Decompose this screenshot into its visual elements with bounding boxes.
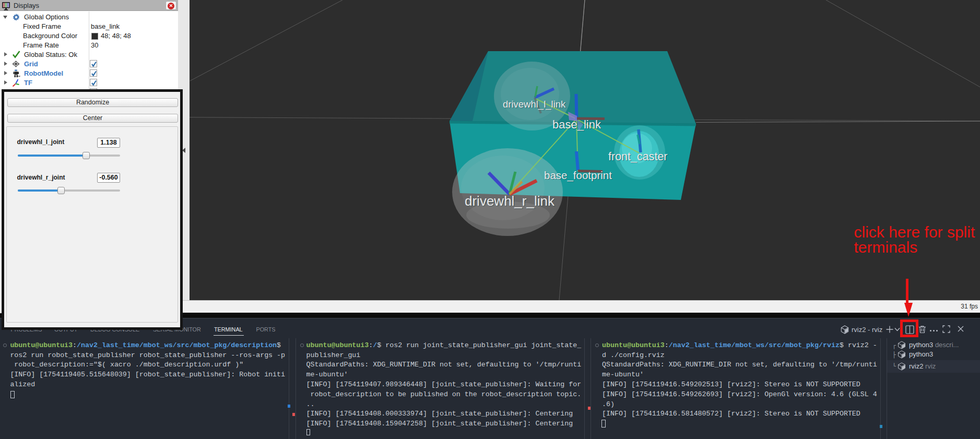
svg-text:base_link: base_link <box>552 118 601 131</box>
svg-text:drivewhl_r_link: drivewhl_r_link <box>465 193 555 209</box>
svg-text:drivewhl_l_link: drivewhl_l_link <box>503 99 566 110</box>
svg-text:base_footprint: base_footprint <box>544 169 612 182</box>
svg-text:front_caster: front_caster <box>608 150 668 163</box>
